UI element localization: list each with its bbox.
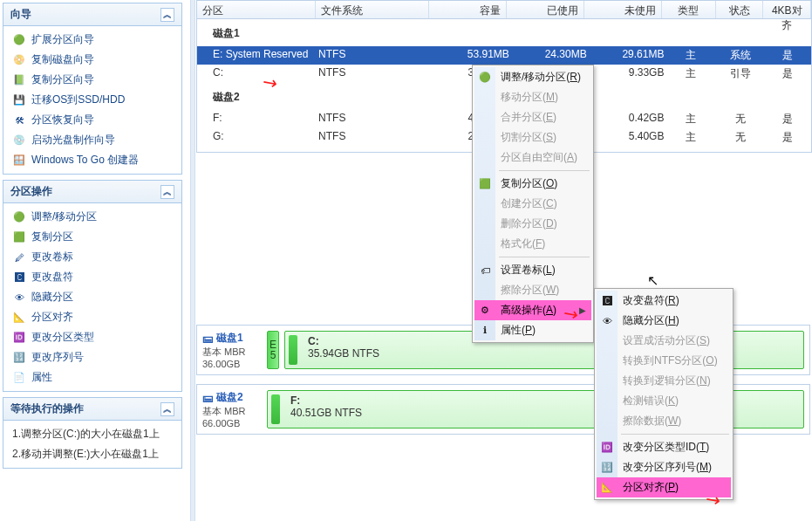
item-icon: 🛠 — [12, 113, 26, 127]
table-row[interactable]: E: System ReservedNTFS53.91MB24.30MB29.6… — [197, 46, 811, 65]
menu-item: 分区自由空间(A) — [474, 147, 591, 168]
diskmap-title: 磁盘2 — [216, 390, 243, 405]
seg-sub: 35.94GB NTFS — [308, 347, 379, 360]
menu-item: 检测错误(K) — [597, 391, 731, 411]
item-label: 复制磁盘向导 — [31, 52, 94, 67]
col-status[interactable]: 状态 — [716, 1, 764, 18]
menu-item-icon — [600, 334, 614, 348]
menu-item[interactable]: ⚙高级操作(A)▶ — [474, 300, 591, 320]
sidebar-item[interactable]: 🖉更改卷标 — [3, 247, 181, 267]
sidebar-item[interactable]: 🔢更改序列号 — [3, 347, 181, 367]
menu-item-icon: 👁 — [600, 314, 614, 328]
menu-item[interactable]: 🏷设置卷标(L) — [474, 260, 591, 280]
pending-item[interactable]: 2.移动并调整(E:)大小在磁盘1上 — [3, 444, 181, 464]
col-4k[interactable]: 4KB对齐 — [763, 1, 811, 18]
submenu-arrow-icon: ▶ — [579, 305, 586, 315]
cell-stat: 系统 — [717, 48, 764, 63]
menu-item-label: 移动分区(M) — [501, 90, 558, 105]
chevron-up-icon[interactable]: ︽ — [160, 185, 174, 199]
col-filesystem[interactable]: 文件系统 — [316, 1, 429, 18]
vertical-divider[interactable] — [190, 0, 195, 521]
sidebar-item[interactable]: 🛠分区恢复向导 — [3, 110, 181, 130]
col-free[interactable]: 未使用 — [584, 1, 662, 18]
menu-item[interactable]: 🆔改变分区类型ID(T) — [597, 437, 731, 457]
menu-item[interactable]: 🟩复制分区(O) — [474, 174, 591, 194]
context-submenu-advanced[interactable]: 🅲改变盘符(R)👁隐藏分区(H)设置成活动分区(S)转换到NTFS分区(O)转换… — [594, 288, 734, 500]
diskmap-seg-e[interactable]: E5 — [267, 331, 279, 369]
item-icon: 💾 — [12, 93, 26, 107]
cell-type: 主 — [664, 112, 717, 127]
cell-free: 9.33GB — [587, 66, 665, 81]
item-icon: 📐 — [12, 311, 26, 325]
context-menu-main[interactable]: 🟢调整/移动分区(R)移动分区(M)合并分区(E)切割分区(S)分区自由空间(A… — [472, 65, 594, 343]
col-type[interactable]: 类型 — [662, 1, 716, 18]
sidebar-item[interactable]: 🟩复制分区 — [3, 227, 181, 247]
menu-item-label: 创建分区(C) — [501, 196, 557, 211]
item-icon: 🟢 — [12, 210, 26, 224]
menu-separator — [499, 170, 590, 171]
menu-item-icon: 🅲 — [600, 294, 614, 308]
item-icon: 📀 — [12, 53, 26, 67]
sidebar-item[interactable]: 📀复制磁盘向导 — [3, 50, 181, 70]
menu-item-label: 转换到NTFS分区(O) — [623, 353, 718, 368]
ops-title: 分区操作 — [10, 184, 52, 199]
menu-item[interactable]: 📐分区对齐(P) — [597, 477, 731, 497]
cell-k4: 是 — [764, 66, 811, 81]
menu-item-label: 切割分区(S) — [501, 130, 556, 145]
menu-item: 删除分区(D) — [474, 214, 591, 234]
sidebar: 向导 ︽ 🟢扩展分区向导📀复制磁盘向导📗复制分区向导💾迁移OS到SSD/HDD🛠… — [0, 0, 185, 521]
pending-title: 等待执行的操作 — [10, 401, 84, 416]
wizard-header[interactable]: 向导 ︽ — [3, 3, 181, 26]
item-label: 更改分区类型 — [31, 330, 94, 345]
sidebar-item[interactable]: 📐分区对齐 — [3, 307, 181, 327]
menu-item-label: 改变分区序列号(M) — [623, 460, 712, 475]
menu-item[interactable]: ℹ属性(P) — [474, 320, 591, 340]
menu-item-label: 改变盘符(R) — [623, 293, 679, 308]
menu-item-icon: 🏷 — [478, 264, 492, 278]
sidebar-item[interactable]: 📄属性 — [3, 367, 181, 387]
diskmap-title: 磁盘1 — [216, 331, 243, 346]
sidebar-item[interactable]: 🟢扩展分区向导 — [3, 30, 181, 50]
menu-item-label: 检测错误(K) — [623, 394, 679, 408]
cell-part: C: — [213, 66, 318, 81]
menu-item-icon: 🟢 — [478, 71, 492, 85]
cell-part: E: System Reserved — [213, 48, 318, 63]
cell-fs: NTFS — [318, 130, 432, 145]
menu-item[interactable]: 🟢调整/移动分区(R) — [474, 67, 591, 87]
menu-item[interactable]: 🅲改变盘符(R) — [597, 291, 731, 311]
table-header: 分区 文件系统 容量 已使用 未使用 类型 状态 4KB对齐 — [196, 0, 812, 19]
menu-item-label: 合并分区(E) — [501, 110, 556, 125]
menu-item-icon: 📐 — [600, 481, 614, 495]
col-used[interactable]: 已使用 — [507, 1, 584, 18]
ops-header[interactable]: 分区操作 ︽ — [3, 181, 181, 203]
menu-item: 设置成活动分区(S) — [597, 331, 731, 351]
menu-item-icon — [600, 354, 614, 368]
item-icon: 🟩 — [12, 230, 26, 244]
sidebar-item[interactable]: 👁隐藏分区 — [3, 287, 181, 307]
menu-item[interactable]: 🔢改变分区序列号(M) — [597, 457, 731, 477]
col-partition[interactable]: 分区 — [197, 1, 316, 18]
sidebar-item[interactable]: 📗复制分区向导 — [3, 70, 181, 90]
sidebar-item[interactable]: 🅲更改盘符 — [3, 267, 181, 287]
cell-k4: 是 — [764, 112, 811, 127]
sidebar-item[interactable]: 🟢调整/移动分区 — [3, 207, 181, 227]
pending-header[interactable]: 等待执行的操作 ︽ — [3, 398, 181, 421]
col-capacity[interactable]: 容量 — [429, 1, 507, 18]
sidebar-item[interactable]: 💿启动光盘制作向导 — [3, 130, 181, 150]
chevron-up-icon[interactable]: ︽ — [160, 8, 174, 22]
sidebar-item[interactable]: 🆔更改分区类型 — [3, 327, 181, 347]
disk-icon: 🖴 — [202, 332, 213, 345]
pending-item[interactable]: 1.调整分区(C:)的大小在磁盘1上 — [3, 424, 181, 444]
item-label: 属性 — [31, 370, 52, 385]
ops-panel: 分区操作 ︽ 🟢调整/移动分区🟩复制分区🖉更改卷标🅲更改盘符👁隐藏分区📐分区对齐… — [3, 180, 182, 392]
item-label: Windows To Go 创建器 — [31, 153, 139, 168]
chevron-up-icon[interactable]: ︽ — [160, 402, 174, 416]
sidebar-item[interactable]: 💾迁移OS到SSD/HDD — [3, 90, 181, 110]
menu-item: 移动分区(M) — [474, 87, 591, 107]
seg-sub: 40.51GB NTFS — [290, 407, 362, 419]
item-icon: 🅲 — [12, 271, 26, 284]
menu-item[interactable]: 👁隐藏分区(H) — [597, 311, 731, 331]
sidebar-item[interactable]: 🪟Windows To Go 创建器 — [3, 150, 181, 170]
menu-item-label: 格式化(F) — [501, 237, 545, 251]
menu-item-icon: 🆔 — [600, 441, 614, 455]
